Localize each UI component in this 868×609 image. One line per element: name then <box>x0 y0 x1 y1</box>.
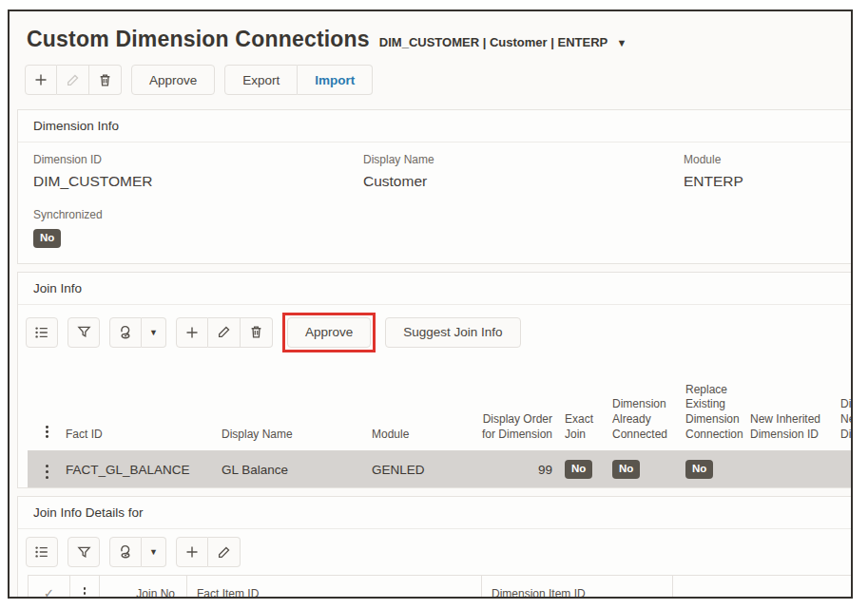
col-join-no: Join No <box>100 576 187 599</box>
already-connected-badge: No <box>612 460 640 479</box>
plus-icon <box>184 325 200 340</box>
col-dim-already-connected: Dimension Already Connected <box>612 397 685 442</box>
field-label: Display Name <box>363 153 684 166</box>
dimension-info-body: Dimension ID DIM_CUSTOMER Display Name C… <box>18 143 853 263</box>
trash-icon <box>98 73 112 87</box>
filter-button[interactable] <box>68 317 100 348</box>
plus-icon <box>184 544 200 560</box>
col-display-order: Display Order for Dimension <box>470 412 552 442</box>
add-detail-button[interactable] <box>176 537 208 567</box>
cell-display-name: GL Balance <box>222 463 372 477</box>
kebab-menu-icon[interactable] <box>40 461 54 483</box>
cell-module: GENLED <box>372 463 470 477</box>
col-replace-existing: Replace Existing Dimension Connection <box>685 383 750 442</box>
edit-detail-button[interactable] <box>208 537 241 567</box>
join-info-header-row: Fact ID Display Name Module Display Orde… <box>28 360 853 451</box>
join-info-details-panel: Join Info Details for ▼ <box>17 496 853 599</box>
export-button[interactable]: Export <box>224 65 298 95</box>
cell-display-order: 99 <box>470 463 552 477</box>
field-label: Synchronized <box>33 208 853 221</box>
filter-icon <box>77 545 91 560</box>
col-exact-join: Exact Join <box>552 412 612 442</box>
field-synchronized: Synchronized No <box>33 208 853 248</box>
context-label: DIM_CUSTOMER | Customer | ENTERP <box>379 35 608 49</box>
approve-join-button[interactable]: Approve <box>287 317 371 348</box>
top-toolbar: Approve Export Import <box>25 65 851 95</box>
col-dimension-item-id: Dimension Item ID <box>482 576 673 599</box>
suggest-join-info-button[interactable]: Suggest Join Info <box>385 317 520 348</box>
view-refresh-group: ▼ <box>109 537 166 567</box>
import-button[interactable]: Import <box>298 65 373 95</box>
join-info-details-toolbar: ▼ <box>18 529 853 575</box>
pencil-icon <box>66 73 80 87</box>
refresh-view-icon <box>118 325 133 340</box>
chevron-down-icon: ▼ <box>149 547 158 557</box>
refresh-view-button[interactable] <box>109 537 142 567</box>
edit-button[interactable] <box>57 65 89 95</box>
field-label: Module <box>684 153 853 166</box>
filter-button[interactable] <box>68 537 100 567</box>
col-fact-item-id: Fact Item ID <box>187 576 482 599</box>
field-display-name: Display Name Customer <box>363 153 684 190</box>
join-crud-group <box>176 317 273 348</box>
details-crud-group <box>176 537 241 567</box>
select-all-check-icon[interactable]: ✓ <box>44 586 54 599</box>
col-display-name: Display Name <box>222 428 372 443</box>
list-icon <box>34 544 49 560</box>
join-info-details-title: Join Info Details for <box>18 497 853 529</box>
field-label: Dimension ID <box>33 153 363 166</box>
export-import-group: Export Import <box>224 65 373 95</box>
list-icon <box>34 325 49 340</box>
context-selector[interactable]: DIM_CUSTOMER | Customer | ENTERP ▼ <box>379 35 627 49</box>
kebab-menu-icon[interactable] <box>78 583 92 599</box>
refresh-view-menu-button[interactable]: ▼ <box>142 537 166 567</box>
exact-join-badge: No <box>565 460 592 479</box>
delete-join-button[interactable] <box>241 317 273 348</box>
replace-existing-badge: No <box>685 460 713 479</box>
join-info-title: Join Info <box>18 273 853 305</box>
page-title: Custom Dimension Connections <box>27 27 370 52</box>
join-info-details-table: ✓ Join No Fact Item ID Dimension Item ID… <box>28 575 853 599</box>
col-display-new-dimension: Display New Dimension <box>840 397 853 442</box>
join-info-row-selected[interactable]: FACT_GL_BALANCE GL Balance GENLED 99 No … <box>28 451 853 487</box>
join-info-toolbar: ▼ Approve Suggest Join Info <box>18 305 853 360</box>
approve-button-top[interactable]: Approve <box>131 65 215 95</box>
filter-icon <box>77 325 91 339</box>
dimension-info-panel: Dimension Info Dimension ID DIM_CUSTOMER… <box>17 109 853 264</box>
plus-icon <box>33 72 48 87</box>
field-dimension-id: Dimension ID DIM_CUSTOMER <box>33 153 363 190</box>
column-list-button[interactable] <box>26 537 58 567</box>
join-info-table: Fact ID Display Name Module Display Orde… <box>28 360 853 487</box>
column-list-button[interactable] <box>26 317 58 348</box>
field-value: DIM_CUSTOMER <box>33 173 363 190</box>
refresh-view-menu-button[interactable]: ▼ <box>142 317 166 348</box>
top-crud-group <box>25 65 122 95</box>
dimension-info-title: Dimension Info <box>18 110 853 143</box>
add-join-button[interactable] <box>176 317 208 348</box>
synchronized-badge: No <box>33 229 61 248</box>
app-window: Custom Dimension Connections DIM_CUSTOME… <box>8 10 853 599</box>
col-module: Module <box>372 428 470 443</box>
view-refresh-group: ▼ <box>109 317 166 348</box>
field-value: Customer <box>363 173 684 190</box>
add-button[interactable] <box>25 65 57 95</box>
delete-button[interactable] <box>89 65 122 95</box>
refresh-view-icon <box>118 544 133 560</box>
edit-join-button[interactable] <box>208 317 241 348</box>
details-header-row: ✓ Join No Fact Item ID Dimension Item ID <box>29 576 853 599</box>
field-module: Module ENTERP <box>684 153 853 190</box>
pencil-icon <box>217 325 231 339</box>
trash-icon <box>249 325 263 339</box>
chevron-down-icon: ▼ <box>149 328 158 337</box>
pencil-icon <box>217 545 231 560</box>
kebab-menu-icon[interactable] <box>40 422 54 442</box>
field-value: ENTERP <box>684 173 853 190</box>
col-new-inherited: New Inherited Dimension ID <box>750 412 840 442</box>
chevron-down-icon: ▼ <box>617 37 627 48</box>
approve-highlight-annotation: Approve <box>282 313 376 352</box>
join-info-panel: Join Info ▼ <box>17 272 853 488</box>
cell-fact-id: FACT_GL_BALANCE <box>66 463 222 477</box>
page-header: Custom Dimension Connections DIM_CUSTOME… <box>27 27 851 52</box>
refresh-view-button[interactable] <box>109 317 142 348</box>
col-fact-id: Fact ID <box>66 428 222 443</box>
